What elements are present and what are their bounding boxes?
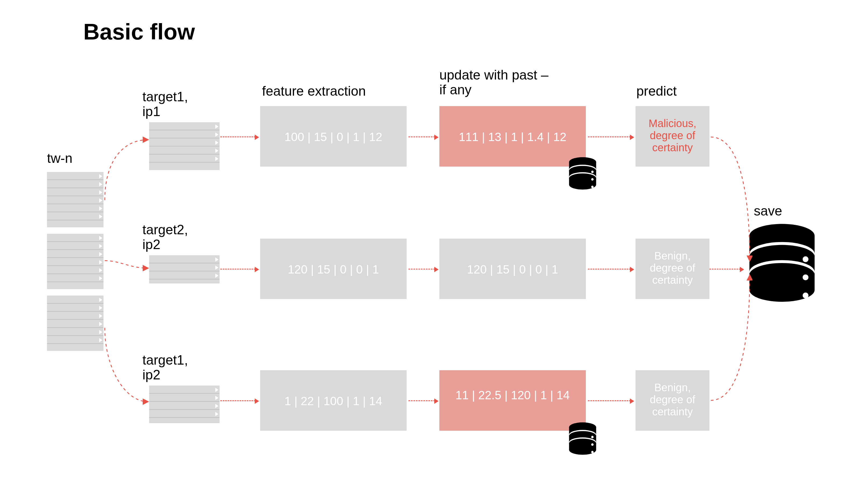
row1-feature-box: 100 | 15 | 0 | 1 | 12 [260,106,407,166]
row2-update-box: 120 | 15 | 0 | 0 | 1 [439,239,586,299]
row2-feature-box: 120 | 15 | 0 | 0 | 1 [260,239,407,299]
arrow-r2-a [220,269,258,270]
col-header-feature: feature extraction [262,84,366,99]
svg-point-22 [803,274,809,280]
source-list-3 [47,296,103,351]
arrow-r3-save [709,271,752,403]
row1-packet-list [149,122,220,170]
col-header-save: save [754,204,782,218]
svg-point-5 [591,171,594,173]
arrow-r3-b [408,400,437,401]
arrow-r1-save [709,134,752,266]
svg-point-14 [591,443,594,446]
row2-update-value: 120 | 15 | 0 | 0 | 1 [439,263,586,276]
col-header-update: update with past – if any [439,68,558,97]
row3-packet-list [149,386,220,423]
source-list-2 [47,234,103,289]
arrow-r3-c [588,400,633,401]
row1-predict-box: Malicious, degree of certainty [636,106,709,166]
svg-point-21 [803,256,809,262]
arrow-src-r1 [103,126,152,204]
arrow-src-r3 [103,325,152,408]
arrow-src-r2 [103,255,152,274]
row2-packet-list [149,255,220,283]
row3-feature-box: 1 | 22 | 100 | 1 | 14 [260,370,407,431]
row1-update-box: 111 | 13 | 1 | 1.4 | 12 [439,106,586,166]
row2-predict-value: Benign, degree of certainty [636,250,709,286]
arrow-r1-b [408,136,437,137]
slide-title: Basic flow [83,19,195,45]
row3-predict-value: Benign, degree of certainty [636,381,709,418]
col-header-predict: predict [637,84,677,99]
arrow-r2-c [588,269,633,270]
row2-predict-box: Benign, degree of certainty [636,239,709,299]
row1-feature-value: 100 | 15 | 0 | 1 | 12 [260,130,407,144]
source-list-1 [47,172,103,227]
row3-db-icon [567,422,598,457]
svg-point-7 [591,186,594,188]
svg-point-13 [591,436,594,438]
save-db-icon [746,223,818,306]
row1-target-label: target1, ip1 [143,89,204,119]
arrow-r2-b [408,269,437,270]
row3-update-box: 11 | 22.5 | 120 | 1 | 14 [439,370,586,431]
row3-update-value: 11 | 22.5 | 120 | 1 | 14 [439,389,586,402]
source-label: tw-n [47,151,93,166]
row3-predict-box: Benign, degree of certainty [636,370,709,431]
row1-predict-value: Malicious, degree of certainty [636,117,709,154]
row2-feature-value: 120 | 15 | 0 | 0 | 1 [260,263,407,276]
arrow-r1-a [220,136,258,137]
arrow-r3-a [220,400,258,401]
svg-point-15 [591,451,594,453]
svg-point-6 [591,178,594,181]
row3-feature-value: 1 | 22 | 100 | 1 | 14 [260,394,407,408]
row2-target-label: target2, ip2 [143,222,204,252]
slide: Basic flow tw-n feature extraction updat… [0,0,868,489]
svg-point-23 [803,293,809,299]
arrow-r2-save [709,269,743,270]
row1-update-value: 111 | 13 | 1 | 1.4 | 12 [439,130,586,144]
row1-db-icon [567,157,598,191]
arrow-r1-c [588,136,633,137]
